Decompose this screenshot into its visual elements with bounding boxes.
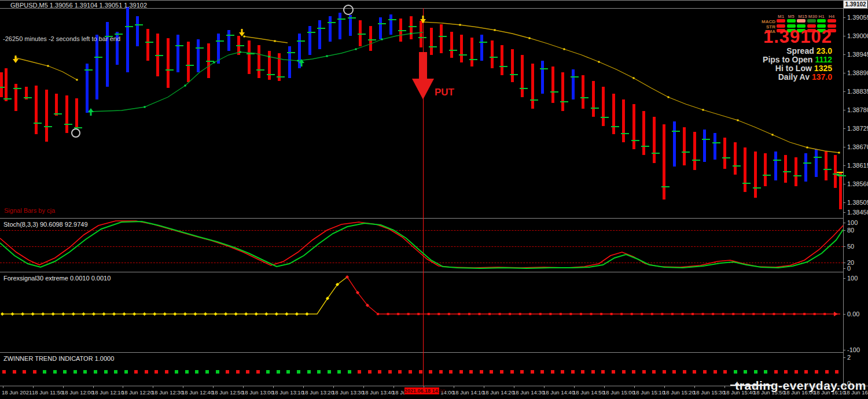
candle-bar bbox=[308, 26, 311, 55]
candle-close-dash bbox=[84, 69, 93, 71]
candle-bar bbox=[551, 66, 554, 103]
site-watermark: trading-everyday.com bbox=[665, 379, 866, 393]
axis-label: 1.38615 bbox=[847, 162, 868, 169]
zwinner-dot bbox=[703, 370, 707, 374]
candle-close-dash bbox=[479, 42, 487, 43]
zwinner-dot bbox=[94, 370, 97, 374]
axis-tick-mark bbox=[843, 110, 845, 110]
zwinner-dot bbox=[114, 370, 117, 374]
candle-bar bbox=[470, 38, 473, 66]
axis-label: 1.39055 bbox=[847, 14, 868, 21]
candle-bar bbox=[420, 21, 422, 47]
candle-bar bbox=[389, 14, 392, 35]
candle-bar bbox=[839, 172, 842, 209]
candle-bar bbox=[592, 81, 595, 117]
candle-close-dash bbox=[773, 160, 781, 161]
time-tick-mark bbox=[213, 386, 214, 388]
zwinner-dot bbox=[33, 370, 36, 374]
zwinner-dot bbox=[328, 370, 331, 374]
zwinner-dot bbox=[175, 370, 178, 374]
candle-close-dash bbox=[247, 53, 255, 54]
candle-bar bbox=[673, 121, 676, 167]
candle-close-dash bbox=[803, 162, 811, 164]
time-label: 18 Jun 12:20 bbox=[122, 389, 153, 396]
zwinner-dot bbox=[804, 370, 808, 374]
candle-bar bbox=[248, 40, 251, 74]
candle-close-dash bbox=[297, 40, 305, 42]
candle-bar bbox=[744, 147, 746, 192]
zwinner-dot bbox=[23, 370, 26, 374]
zwinner-dot bbox=[439, 370, 443, 374]
candle-close-dash bbox=[459, 54, 467, 56]
axis-label: 1.38450 bbox=[847, 209, 868, 216]
candle-bar bbox=[0, 72, 3, 97]
zwinner-dot bbox=[307, 370, 311, 374]
candle-close-dash bbox=[499, 66, 507, 67]
zwinner-dot bbox=[581, 370, 584, 374]
zwinner-dot bbox=[419, 370, 422, 374]
time-label: 18 Jun 14:20 bbox=[483, 389, 514, 396]
axis-tick-mark bbox=[843, 230, 845, 231]
time-tick-mark bbox=[544, 386, 545, 388]
time-label: 18 Jun 2021 bbox=[2, 389, 32, 396]
time-tick-mark bbox=[153, 386, 153, 388]
candle-close-dash bbox=[267, 74, 275, 75]
zwinner-dot bbox=[256, 370, 260, 374]
axis-tick-mark bbox=[843, 91, 845, 92]
time-label: 18 Jun 14:10 bbox=[453, 389, 484, 396]
candle-close-dash bbox=[206, 61, 214, 62]
candle-close-dash bbox=[64, 124, 72, 125]
candle-close-dash bbox=[418, 37, 426, 38]
candle-bar bbox=[511, 49, 514, 82]
candle-bar bbox=[86, 64, 89, 113]
signal-cell-macd-h4 bbox=[827, 19, 836, 23]
candle-bar bbox=[440, 24, 443, 53]
signal-cell-macd-m5 bbox=[787, 19, 796, 23]
time-tick-mark bbox=[93, 386, 94, 388]
time-label: 18 Jun 13:40 bbox=[362, 389, 394, 396]
zwinner-dot bbox=[317, 370, 321, 374]
axis-label: -100 bbox=[847, 346, 860, 353]
zwinner-dot bbox=[83, 370, 87, 374]
candle-close-dash bbox=[692, 160, 700, 161]
signal-circle bbox=[71, 128, 80, 138]
candle-bar bbox=[35, 86, 38, 134]
candle-close-dash bbox=[429, 46, 437, 47]
candle-close-dash bbox=[368, 39, 376, 40]
candle-bar bbox=[268, 51, 271, 80]
time-label: 18 Jun 15:00 bbox=[603, 389, 635, 396]
zwinner-dot bbox=[663, 370, 666, 374]
zwinner-dot bbox=[409, 370, 412, 374]
candle-close-dash bbox=[712, 142, 720, 143]
timeframe-header: M1 bbox=[778, 14, 784, 19]
timeframe-header: M5 bbox=[788, 14, 795, 19]
candle-close-dash bbox=[398, 30, 406, 31]
axis-label: 1.38505 bbox=[847, 199, 868, 206]
candle-bar bbox=[723, 138, 726, 169]
candle-bar bbox=[795, 157, 797, 186]
candle-close-dash bbox=[682, 152, 690, 153]
candle-close-dash bbox=[216, 40, 224, 42]
candle-close-dash bbox=[226, 35, 234, 36]
time-tick-mark bbox=[183, 386, 183, 388]
time-label: 18 Jun 13:10 bbox=[272, 389, 304, 396]
zwinner-label: ZWINNER TREND INDICATOR 1.0000 bbox=[3, 355, 114, 362]
time-tick-mark bbox=[514, 386, 514, 388]
zwinner-dot bbox=[368, 370, 372, 374]
time-label: 18 Jun 12:40 bbox=[182, 389, 214, 396]
candle-bar bbox=[75, 98, 78, 128]
candle-bar bbox=[653, 117, 656, 163]
stat-hi-to-low: Hi to Low1325 bbox=[601, 64, 832, 73]
zwinner-dot bbox=[815, 370, 818, 374]
stoch-level-line bbox=[0, 246, 843, 247]
zwinner-dot bbox=[226, 370, 229, 374]
stat-spread: Spread23.0 bbox=[601, 47, 832, 56]
zwinner-dot bbox=[764, 370, 767, 374]
candle-close-dash bbox=[763, 175, 771, 176]
candle-bar bbox=[95, 35, 98, 99]
signal-cell-macd-m15 bbox=[797, 19, 806, 23]
candle-close-dash bbox=[135, 24, 143, 25]
candle-bar bbox=[612, 94, 615, 134]
candle-close-dash bbox=[307, 32, 315, 33]
axis-tick-mark bbox=[843, 147, 845, 147]
